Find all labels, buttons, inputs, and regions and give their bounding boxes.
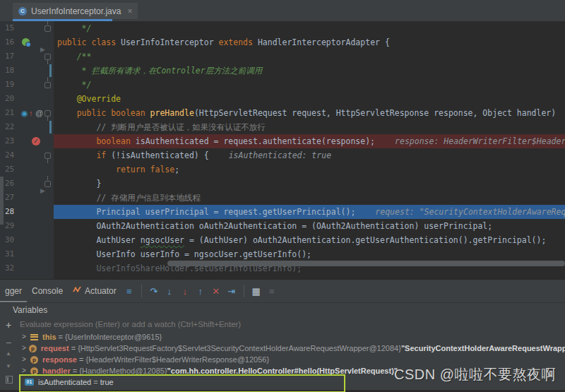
line-number[interactable]: 28 <box>5 205 22 219</box>
fold-marker-icon[interactable] <box>44 82 51 88</box>
code-token: if <box>57 150 111 160</box>
override-method-icon[interactable]: ◉ <box>21 106 28 120</box>
code-token: = (AuthUser) oAuth2Authentication.getUse… <box>184 235 546 245</box>
line-number[interactable]: 25 <box>5 162 22 177</box>
code-text: // 存储用户信息到本地线程 <box>57 191 201 205</box>
toolbar-separator <box>244 285 244 297</box>
code-line-30: 30 AuthUser ngsocUser = (AuthUser) oAuth… <box>0 233 565 247</box>
code-line-25: 25 return false; <box>0 162 565 177</box>
code-text: */ <box>57 78 91 92</box>
code-token: */ <box>57 80 91 90</box>
spring-bean-icon[interactable] <box>22 38 30 46</box>
line-number[interactable]: 27 <box>5 191 22 205</box>
code-token: isAuthenticated = request.authenticate(r… <box>136 136 375 146</box>
fold-marker-icon[interactable] <box>44 153 51 159</box>
fold-marker-icon[interactable] <box>44 110 51 117</box>
line-number[interactable]: 26 <box>5 177 22 191</box>
debug-tab-label: gger <box>5 280 22 302</box>
move-up-icon[interactable]: ▲ <box>0 350 17 357</box>
code-token: @Override <box>57 94 121 104</box>
code-token: UserInfoInterceptor <box>121 37 218 47</box>
variable-row-response[interactable]: >presponse = {HeaderWriterFilter$HeaderW… <box>17 354 565 365</box>
parameter-icon: p <box>30 367 38 375</box>
line-number[interactable]: 19 <box>5 78 22 92</box>
remove-watch-icon[interactable]: − <box>0 337 17 348</box>
code-token: boolean <box>57 136 136 146</box>
implements-arrow-icon[interactable]: ↑ <box>29 106 33 120</box>
variable-row-request[interactable]: >prequest = {HttpServlet3RequestFactory$… <box>17 343 565 354</box>
code-token: (!isAuthenticated) { <box>111 150 208 160</box>
evaluate-expression-input[interactable]: Evaluate expression (Enter) or add a wat… <box>20 319 565 330</box>
debug-tab-console[interactable]: Console <box>27 280 68 302</box>
code-line-18: 18 * 拦截所有请求，在Controller层方法之前调用 <box>0 64 565 78</box>
add-watch-icon[interactable]: + <box>0 319 17 331</box>
debug-tab-gger[interactable]: gger <box>0 280 27 302</box>
line-number[interactable]: 23 <box>5 134 22 148</box>
parameter-icon: p <box>29 345 37 352</box>
line-number[interactable]: 22 <box>5 120 22 134</box>
annotation-highlight-box <box>19 374 345 392</box>
code-text: // 判断用户是否被认证，如果没有认证不放行 <box>57 120 266 134</box>
step-over-icon[interactable]: ↷ <box>146 280 162 302</box>
line-number[interactable]: 21 <box>5 106 22 120</box>
drop-frame-icon[interactable]: ✕ <box>208 280 224 302</box>
code-text: public class UserInfoInterceptor extends… <box>57 35 390 49</box>
code-text: */ <box>57 21 91 35</box>
step-into-icon[interactable]: ↓ <box>162 280 177 302</box>
fold-marker-icon[interactable] <box>44 25 51 32</box>
annotation-icon: @ <box>35 106 43 120</box>
horizontal-scrollbar[interactable] <box>167 261 565 266</box>
line-number[interactable]: 16 <box>5 35 22 49</box>
code-editor[interactable]: 15 */16public class UserInfoInterceptor … <box>0 21 565 279</box>
line-number[interactable]: 31 <box>5 247 22 261</box>
run-to-cursor-icon[interactable]: ⇥ <box>224 280 239 302</box>
force-step-into-icon[interactable]: ↓ <box>177 280 193 302</box>
variable-name: this <box>42 331 56 343</box>
variable-row-this[interactable]: >this = {UserInfoInterceptor@9615} <box>17 331 565 343</box>
expand-chevron-icon[interactable]: > <box>22 343 26 354</box>
code-line-19: 19 */ <box>0 78 565 92</box>
equals-sign: = <box>69 343 78 354</box>
fold-marker-icon[interactable] <box>44 54 51 60</box>
debug-tab-label: Actuator <box>85 280 117 302</box>
expand-chevron-icon[interactable]: > <box>22 331 28 343</box>
evaluate-expression-icon[interactable]: ▦ <box>249 280 264 302</box>
code-line-28: 28 Principal userPrincipal = request.get… <box>0 205 565 219</box>
inline-debugger-hint: request: "SecurityContextHolderAwareRequ <box>375 207 565 217</box>
code-token: OAuth2Authentication oAuth2Authenticatio… <box>57 221 492 231</box>
move-down-icon[interactable]: ▼ <box>0 363 17 369</box>
line-number[interactable]: 32 <box>5 261 22 275</box>
code-token: return false <box>57 165 174 174</box>
line-number[interactable]: 15 <box>5 21 22 35</box>
fold-marker-icon[interactable] <box>44 181 51 187</box>
layout-settings-icon[interactable]: ≡ <box>264 280 280 302</box>
line-number[interactable]: 17 <box>5 49 22 64</box>
close-icon[interactable]: × <box>127 6 132 16</box>
show-panel-icon[interactable] <box>6 376 13 384</box>
code-line-17: 17▶ /** <box>0 49 565 64</box>
vcs-change-marker <box>49 121 52 133</box>
tab-variables[interactable]: Variables <box>13 303 47 317</box>
line-number[interactable]: 30 <box>5 233 22 247</box>
step-out-icon[interactable]: ↑ <box>193 280 208 302</box>
line-number[interactable]: 18 <box>5 64 22 78</box>
debugger-toolbar: ggerConsoleActuator≡↷↓↓↑✕⇥▦≡ <box>0 280 565 303</box>
code-token: public boolean <box>57 108 150 118</box>
equals-sign: = <box>56 331 66 343</box>
line-number[interactable]: 29 <box>5 219 22 233</box>
line-number[interactable]: 24 <box>5 148 22 162</box>
threads-menu-icon[interactable]: ≡ <box>121 280 137 302</box>
expand-chevron-icon[interactable]: > <box>22 354 28 365</box>
watch-actions-rail: +−▲▼ <box>0 316 17 390</box>
toolbar-separator <box>141 285 142 297</box>
editor-tab-bar: C UserInfoInterceptor.java × <box>0 0 565 21</box>
debug-tab-actuator[interactable]: Actuator <box>68 280 121 302</box>
code-line-27: 27▶ // 存储用户信息到本地线程 <box>0 191 565 205</box>
code-text: } <box>57 177 101 191</box>
line-number[interactable]: 20 <box>5 92 22 106</box>
editor-tab[interactable]: C UserInfoInterceptor.java × <box>13 3 138 19</box>
code-token: HandlerInterceptorAdapter { <box>258 37 390 47</box>
inline-debugger-hint: response: HeaderWriterFilter$HeaderWrit <box>395 136 565 146</box>
code-text: boolean isAuthenticated = request.authen… <box>57 134 565 148</box>
breakpoint-icon[interactable] <box>32 137 40 145</box>
